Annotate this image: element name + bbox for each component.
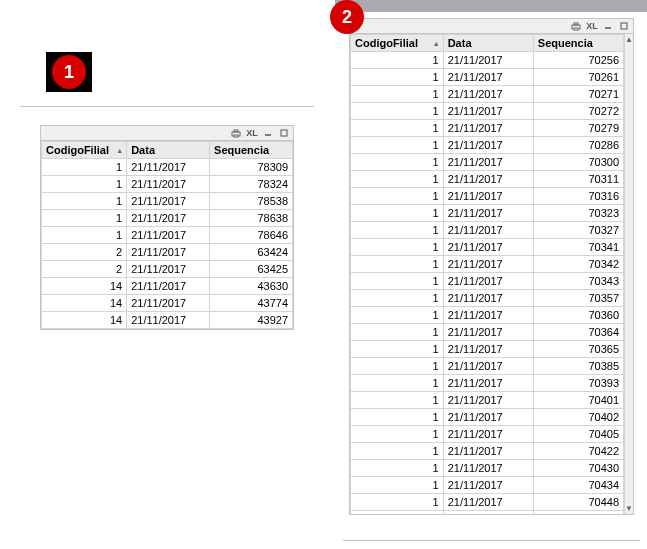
table-row[interactable]: 221/11/201763424 [42, 244, 293, 261]
table-cell: 1 [351, 494, 444, 511]
column-header-label: Sequencia [214, 144, 269, 156]
table-row[interactable]: 121/11/201770279 [351, 120, 624, 137]
table-cell: 21/11/2017 [443, 256, 533, 273]
table-row[interactable]: 121/11/201778309 [42, 159, 293, 176]
table-row[interactable]: 121/11/201770448 [351, 494, 624, 511]
table-cell: 1 [42, 210, 127, 227]
table-cell: 1 [351, 443, 444, 460]
table-cell: 63424 [210, 244, 293, 261]
table-row[interactable]: 121/11/201778538 [42, 193, 293, 210]
print-icon[interactable] [230, 128, 242, 138]
table-cell: 70316 [533, 188, 623, 205]
annotation-box-1: 1 [46, 52, 92, 92]
export-xl-button[interactable]: XL [246, 128, 258, 138]
table-row[interactable]: 121/11/201770256 [351, 52, 624, 69]
table-row[interactable]: 121/11/201770323 [351, 205, 624, 222]
table-cell: 21/11/2017 [443, 222, 533, 239]
column-header-data[interactable]: Data [443, 35, 533, 52]
table-row[interactable]: 121/11/201770327 [351, 222, 624, 239]
column-header-data[interactable]: Data [127, 142, 210, 159]
minimize-icon[interactable] [262, 128, 274, 138]
table-cell: 1 [351, 511, 444, 515]
scroll-up-icon[interactable]: ▲ [625, 34, 633, 45]
column-header-codigofilial[interactable]: CodigoFilial ▲ [42, 142, 127, 159]
column-header-sequencia[interactable]: Sequencia [210, 142, 293, 159]
table-cell: 1 [351, 188, 444, 205]
table-cell: 1 [351, 52, 444, 69]
table-cell: 1 [351, 86, 444, 103]
table-cell: 2 [42, 261, 127, 278]
table-row[interactable]: 121/11/201770357 [351, 290, 624, 307]
table-row[interactable]: 1421/11/201743774 [42, 295, 293, 312]
export-xl-button[interactable]: XL [586, 21, 598, 31]
table-cell: 1 [351, 154, 444, 171]
table-row[interactable]: 121/11/201770365 [351, 341, 624, 358]
table-cell: 1 [351, 426, 444, 443]
table-cell: 21/11/2017 [443, 290, 533, 307]
table-row[interactable]: 121/11/201770342 [351, 256, 624, 273]
table-cell: 21/11/2017 [443, 511, 533, 515]
table-row[interactable]: 121/11/201770422 [351, 443, 624, 460]
table-row[interactable]: 121/11/201770341 [351, 239, 624, 256]
table-cell: 70311 [533, 171, 623, 188]
table-row[interactable]: 1421/11/201743927 [42, 312, 293, 329]
table-row[interactable]: 121/11/201770401 [351, 392, 624, 409]
table-cell: 70327 [533, 222, 623, 239]
table-cell: 1 [351, 137, 444, 154]
table-row[interactable]: 121/11/201770300 [351, 154, 624, 171]
table-row[interactable]: 121/11/201770430 [351, 460, 624, 477]
table-cell: 21/11/2017 [443, 52, 533, 69]
table-cell: 21/11/2017 [127, 210, 210, 227]
table-row[interactable]: 121/11/201770343 [351, 273, 624, 290]
table-row[interactable]: 121/11/201770402 [351, 409, 624, 426]
table-row[interactable]: 121/11/201778646 [42, 227, 293, 244]
print-icon[interactable] [570, 21, 582, 31]
table-row[interactable]: 121/11/201770451 [351, 511, 624, 515]
table-cell: 1 [351, 477, 444, 494]
table-cell: 21/11/2017 [443, 324, 533, 341]
table-row[interactable]: 121/11/201770316 [351, 188, 624, 205]
table-row[interactable]: 121/11/201770434 [351, 477, 624, 494]
table-row[interactable]: 121/11/201770272 [351, 103, 624, 120]
table-row[interactable]: 121/11/201770286 [351, 137, 624, 154]
table-row[interactable]: 1421/11/201743630 [42, 278, 293, 295]
table-row[interactable]: 221/11/201763425 [42, 261, 293, 278]
maximize-icon[interactable] [278, 128, 290, 138]
table-cell: 21/11/2017 [127, 244, 210, 261]
table-row[interactable]: 121/11/201770261 [351, 69, 624, 86]
table-row[interactable]: 121/11/201770271 [351, 86, 624, 103]
vertical-scrollbar[interactable]: ▲ ▼ [624, 34, 633, 514]
table-cell: 70365 [533, 341, 623, 358]
table-cell: 1 [42, 227, 127, 244]
maximize-icon[interactable] [618, 21, 630, 31]
table-cell: 1 [351, 358, 444, 375]
table-cell: 1 [351, 307, 444, 324]
column-header-codigofilial[interactable]: CodigoFilial ▲ [351, 35, 444, 52]
table-cell: 70451 [533, 511, 623, 515]
table-cell: 78638 [210, 210, 293, 227]
scroll-down-icon[interactable]: ▼ [625, 503, 633, 514]
table-row[interactable]: 121/11/201778324 [42, 176, 293, 193]
divider [343, 540, 640, 541]
data-table-2: XL CodigoFilial ▲ [349, 18, 634, 515]
table-cell: 1 [351, 256, 444, 273]
annotation-badge-1: 1 [52, 55, 86, 89]
table-row[interactable]: 121/11/201770393 [351, 375, 624, 392]
table-cell: 70342 [533, 256, 623, 273]
table-cell: 70323 [533, 205, 623, 222]
table-cell: 43630 [210, 278, 293, 295]
table-row[interactable]: 121/11/201770364 [351, 324, 624, 341]
table-cell: 78646 [210, 227, 293, 244]
table-row[interactable]: 121/11/201770405 [351, 426, 624, 443]
column-header-sequencia[interactable]: Sequencia [533, 35, 623, 52]
table-row[interactable]: 121/11/201770311 [351, 171, 624, 188]
annotation-badge-2: 2 [330, 0, 364, 34]
table-cell: 21/11/2017 [127, 227, 210, 244]
table-row[interactable]: 121/11/201770385 [351, 358, 624, 375]
table-row[interactable]: 121/11/201770360 [351, 307, 624, 324]
column-header-label: CodigoFilial [46, 144, 109, 156]
table-cell: 21/11/2017 [443, 426, 533, 443]
table-row[interactable]: 121/11/201778638 [42, 210, 293, 227]
table-cell: 1 [351, 239, 444, 256]
minimize-icon[interactable] [602, 21, 614, 31]
